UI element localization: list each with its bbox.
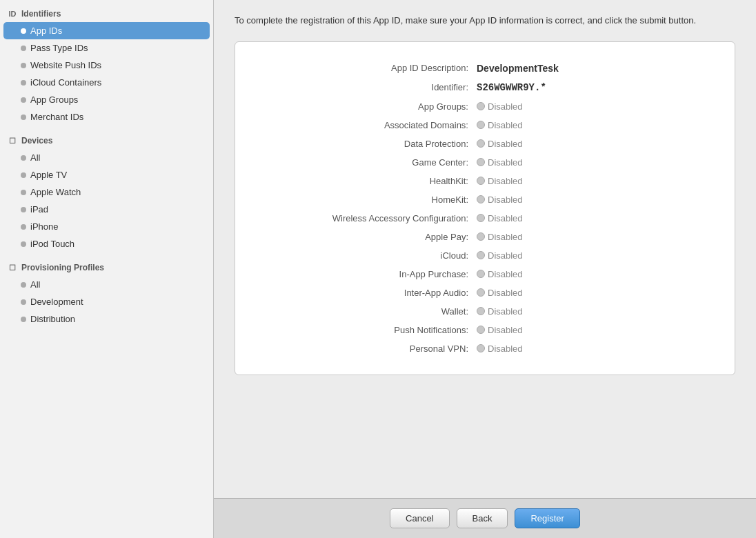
identifiers-icon: ID — [7, 8, 18, 19]
disabled-label: Disabled — [488, 157, 523, 168]
fields-list: App ID Description:DevelopmentTeskIdenti… — [256, 59, 714, 358]
field-value: Disabled — [477, 288, 523, 298]
dot-icon — [21, 224, 26, 230]
field-value: Disabled — [477, 269, 523, 279]
disabled-circle-icon — [477, 102, 485, 110]
info-row: Identifier:S26WGWWR9Y.* — [256, 78, 714, 97]
disabled-label: Disabled — [488, 325, 523, 335]
field-label: Personal VPN: — [256, 343, 477, 354]
field-value: Disabled — [477, 157, 523, 168]
sidebar-item-apple-watch[interactable]: Apple Watch — [0, 183, 213, 201]
identifiers-section: ID Identifiers — [0, 6, 213, 22]
profiles-icon: ☐ — [7, 262, 18, 273]
dot-icon — [21, 155, 26, 161]
disabled-label: Disabled — [488, 269, 523, 279]
sidebar-item-label: Apple Watch — [30, 187, 81, 197]
field-value: Disabled — [477, 343, 523, 354]
sidebar-item-label: All — [30, 152, 40, 163]
field-label: Inter-App Audio: — [256, 288, 477, 298]
info-row: Push Notifications:Disabled — [256, 321, 714, 339]
sidebar-item-app-ids[interactable]: App IDs — [3, 22, 210, 39]
dot-icon — [21, 241, 26, 247]
sidebar-item-ipod-touch[interactable]: iPod Touch — [0, 235, 213, 252]
disabled-label: Disabled — [488, 250, 523, 261]
field-value: Disabled — [477, 195, 523, 205]
profiles-label: Provisioning Profiles — [21, 263, 104, 272]
sidebar-item-label: iPhone — [30, 221, 58, 232]
sidebar-item-all[interactable]: All — [0, 149, 213, 166]
disabled-circle-icon — [477, 288, 485, 297]
field-label: Identifier: — [256, 82, 477, 92]
back-button[interactable]: Back — [457, 508, 508, 528]
disabled-label: Disabled — [488, 306, 523, 317]
disabled-label: Disabled — [488, 343, 523, 354]
sidebar-item-ipad[interactable]: iPad — [0, 201, 213, 218]
field-value: Disabled — [477, 325, 523, 335]
sidebar-item-merchant-ids[interactable]: Merchant IDs — [0, 108, 213, 126]
dot-icon — [21, 317, 26, 322]
disabled-circle-icon — [477, 307, 485, 315]
dot-icon — [21, 80, 26, 86]
profiles-section: ☐ Provisioning Profiles — [0, 259, 213, 276]
cancel-button[interactable]: Cancel — [390, 508, 449, 528]
disabled-label: Disabled — [488, 101, 523, 112]
field-value: Disabled — [477, 120, 523, 130]
dot-icon — [21, 97, 26, 103]
field-value: Disabled — [477, 306, 523, 317]
identifiers-list: App IDsPass Type IDsWebsite Push IDsiClo… — [0, 22, 213, 126]
dot-icon — [21, 114, 26, 120]
sidebar-item-label: iPad — [30, 204, 48, 215]
field-value: Disabled — [477, 250, 523, 261]
disabled-circle-icon — [477, 214, 485, 222]
info-row: HealthKit:Disabled — [256, 172, 714, 190]
disabled-circle-icon — [477, 195, 485, 203]
field-value: Disabled — [477, 213, 523, 223]
field-label: App Groups: — [256, 101, 477, 112]
sidebar-item-label: Merchant IDs — [30, 112, 83, 122]
field-value: DevelopmentTesk — [477, 63, 559, 74]
sidebar-item-icloud-containers[interactable]: iCloud Containers — [0, 74, 213, 91]
info-row: Wallet:Disabled — [256, 302, 714, 321]
sidebar-item-label: App Groups — [30, 94, 78, 105]
info-row: Data Protection:Disabled — [256, 134, 714, 153]
disabled-circle-icon — [477, 326, 485, 334]
sidebar-item-iphone[interactable]: iPhone — [0, 218, 213, 235]
info-row: App Groups:Disabled — [256, 97, 714, 116]
info-row: Inter-App Audio:Disabled — [256, 283, 714, 302]
disabled-circle-icon — [477, 270, 485, 278]
devices-icon: ☐ — [7, 135, 18, 146]
field-label: Wallet: — [256, 306, 477, 317]
sidebar: ID Identifiers App IDsPass Type IDsWebsi… — [0, 0, 214, 538]
field-label: Associated Domains: — [256, 120, 477, 130]
sidebar-item-label: All — [30, 279, 40, 290]
info-row: Apple Pay:Disabled — [256, 228, 714, 246]
sidebar-item-pass-type-ids[interactable]: Pass Type IDs — [0, 39, 213, 57]
devices-list: AllApple TVApple WatchiPadiPhoneiPod Tou… — [0, 149, 213, 252]
disabled-circle-icon — [477, 251, 485, 259]
disabled-label: Disabled — [488, 232, 523, 242]
dot-icon — [21, 299, 26, 305]
field-value: Disabled — [477, 101, 523, 112]
disabled-circle-icon — [477, 344, 485, 352]
field-value: S26WGWWR9Y.* — [477, 82, 546, 93]
disabled-label: Disabled — [488, 120, 523, 130]
sidebar-item-label: Development — [30, 297, 83, 307]
sidebar-item-label: iPod Touch — [30, 239, 74, 249]
field-label: Data Protection: — [256, 139, 477, 149]
info-row: HomeKit:Disabled — [256, 190, 714, 209]
info-row: iCloud:Disabled — [256, 246, 714, 265]
sidebar-item-distribution[interactable]: Distribution — [0, 310, 213, 328]
field-label: In-App Purchase: — [256, 269, 477, 279]
sidebar-item-all[interactable]: All — [0, 276, 213, 293]
info-row: In-App Purchase:Disabled — [256, 265, 714, 283]
content-area: To complete the registration of this App… — [214, 0, 756, 538]
sidebar-item-app-groups[interactable]: App Groups — [0, 91, 213, 108]
sidebar-item-website-push-ids[interactable]: Website Push IDs — [0, 57, 213, 74]
sidebar-item-development[interactable]: Development — [0, 293, 213, 310]
sidebar-item-apple-tv[interactable]: Apple TV — [0, 166, 213, 183]
register-button[interactable]: Register — [515, 508, 579, 528]
sidebar-item-label: iCloud Containers — [30, 77, 101, 88]
info-row: Game Center:Disabled — [256, 153, 714, 172]
field-value: Disabled — [477, 176, 523, 186]
dot-icon — [21, 172, 26, 178]
